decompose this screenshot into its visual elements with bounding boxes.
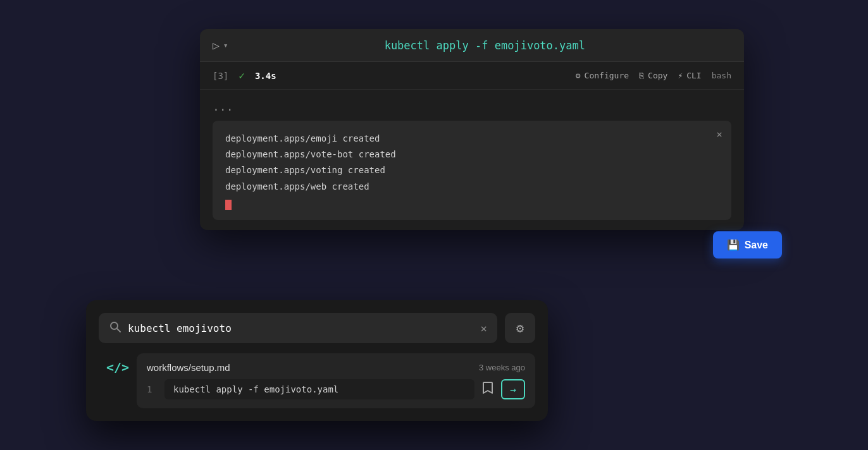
result-line-code: kubectl apply -f emojivoto.yaml (164, 379, 474, 399)
terminal-dots: ... (213, 100, 731, 113)
result-time: 3 weeks ago (479, 363, 525, 372)
play-icon: ▷ (213, 39, 220, 52)
cmd-file: emojivoto.yaml (495, 39, 585, 52)
result-header: workflows/setup.md 3 weeks ago (147, 362, 525, 373)
cursor (225, 200, 232, 210)
search-input-wrap: × (99, 313, 497, 343)
clear-icon[interactable]: × (480, 322, 487, 335)
check-icon: ✓ (239, 70, 245, 82)
save-label: Save (745, 240, 768, 251)
save-button[interactable]: 💾 Save (713, 231, 782, 258)
cmd-apply: apply (437, 39, 469, 52)
terminal-command: kubectl apply -f emojivoto.yaml (239, 39, 731, 52)
copy-icon: ⎘ (639, 71, 644, 80)
gear-icon: ⚙ (576, 71, 581, 80)
terminal-toolbar: ▷ ▾ kubectl apply -f emojivoto.yaml (200, 29, 744, 62)
cli-button[interactable]: ⚡ CLI (678, 71, 701, 80)
terminal-status-bar: [3] ✓ 3.4s ⚙ Configure ⎘ Copy ⚡ CLI bash (200, 62, 744, 90)
output-box: deployment.apps/emoji created deployment… (213, 121, 731, 220)
code-icon: </> (106, 360, 129, 375)
configure-button[interactable]: ⚙ Configure (576, 71, 629, 80)
bash-label: bash (712, 71, 731, 80)
search-row: × ⚙ (99, 313, 535, 343)
result-card: workflows/setup.md 3 weeks ago 1 kubectl… (137, 353, 535, 408)
copy-button[interactable]: ⎘ Copy (639, 71, 667, 80)
search-input[interactable] (128, 322, 474, 334)
terminal-output-area: ... deployment.apps/emoji created deploy… (200, 90, 744, 230)
cmd-flag: -f (475, 39, 488, 52)
terminal-panel: ▷ ▾ kubectl apply -f emojivoto.yaml [3] … (200, 29, 744, 230)
result-filename: workflows/setup.md (147, 362, 230, 373)
navigate-button[interactable]: → (501, 379, 525, 399)
arrow-right-icon: → (510, 384, 516, 396)
output-line-3: deployment.apps/voting created (225, 162, 719, 178)
bookmark-icon[interactable] (482, 381, 493, 398)
svg-line-1 (117, 329, 120, 332)
output-line-2: deployment.apps/vote-bot created (225, 147, 719, 162)
save-icon: 💾 (727, 239, 740, 251)
status-badge: [3] (213, 71, 228, 81)
result-line-number: 1 (147, 384, 157, 394)
cmd-kubectl: kubectl (385, 39, 430, 52)
output-line-4: deployment.apps/web created (225, 179, 719, 195)
cli-label: CLI (686, 71, 701, 80)
elapsed-time: 3.4s (255, 71, 276, 81)
run-button[interactable]: ▷ ▾ (213, 39, 228, 52)
search-results: workflows/setup.md 3 weeks ago 1 kubectl… (137, 353, 535, 408)
close-button[interactable]: × (716, 128, 722, 140)
cli-icon: ⚡ (678, 71, 683, 80)
chevron-down-icon: ▾ (223, 40, 228, 50)
configure-label: Configure (585, 71, 629, 80)
result-line: 1 kubectl apply -f emojivoto.yaml → (147, 379, 525, 399)
copy-label: Copy (648, 71, 667, 80)
search-icon (109, 320, 121, 336)
search-panel: × ⚙ </> workflows/setup.md 3 weeks ago 1 (86, 300, 548, 421)
gear-icon: ⚙ (516, 320, 524, 336)
settings-button[interactable]: ⚙ (505, 313, 535, 343)
output-line-1: deployment.apps/emoji created (225, 131, 719, 147)
